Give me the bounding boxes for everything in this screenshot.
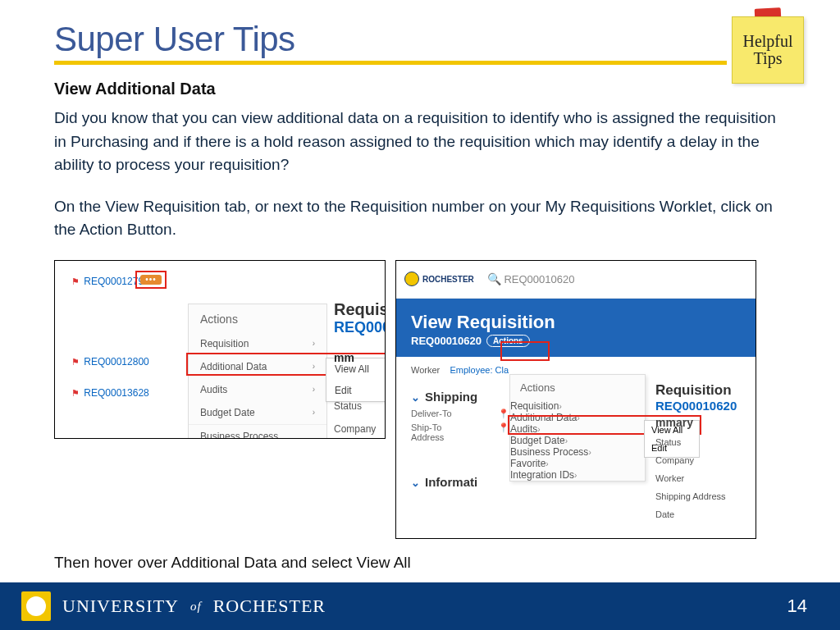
chevron-right-icon: ›	[588, 448, 591, 457]
right-column: Requisition REQ00010620 mmary Status Com…	[655, 382, 737, 519]
chevron-right-icon: ›	[546, 459, 548, 468]
actions-menu-header: Actions	[510, 375, 645, 400]
menu-item-business-process[interactable]: Business Process›	[510, 446, 645, 458]
page-title: Super User Tips	[54, 20, 727, 59]
worker-label: Worker	[411, 365, 440, 375]
requisition-number-header: REQ00010620	[411, 335, 482, 347]
company-label: Company	[334, 423, 386, 435]
university-of: of	[189, 600, 203, 614]
chevron-right-icon: ›	[313, 408, 315, 417]
university-seal-icon	[20, 590, 52, 623]
chevron-right-icon: ›	[574, 471, 577, 480]
menu-item-budget-date[interactable]: Budget Date›	[510, 435, 645, 446]
actions-button[interactable]: •••	[140, 275, 162, 285]
chevron-right-icon: ›	[559, 402, 561, 411]
chevron-right-icon: ›	[313, 385, 315, 394]
chevron-down-icon: ⌄	[411, 391, 420, 404]
search-value: REQ00010620	[504, 273, 574, 285]
university-name-part2: ROCHESTER	[213, 596, 326, 617]
shipping-address-label: Shipping Address	[655, 491, 737, 501]
requisition-number[interactable]: REQ00010620	[655, 399, 737, 413]
body-paragraph-2: On the View Requisition tab, or next to …	[54, 195, 786, 242]
menu-item-business-process[interactable]: Business Process	[189, 424, 326, 439]
chevron-down-icon: ⌄	[411, 477, 420, 489]
view-requisition-title: View Requisition	[411, 312, 741, 333]
footer-bar: UNIVERSITY of ROCHESTER 14	[0, 582, 840, 630]
list-item: ⚑ REQ00012800	[71, 356, 203, 368]
search-icon: 🔍	[487, 272, 501, 285]
search-field[interactable]: 🔍 REQ00010620	[487, 272, 575, 285]
right-column: Requisi REQ0001 mm Status Company	[334, 300, 386, 435]
date-label: Date	[655, 509, 737, 519]
body-paragraph-1: Did you know that you can view additiona…	[54, 107, 786, 177]
highlight-actions-badge	[500, 341, 550, 361]
text-fragment: mm	[334, 351, 386, 364]
university-name-part1: UNIVERSITY	[62, 596, 179, 617]
list-item: ⚑ REQ00013628	[71, 387, 203, 399]
worker-label: Worker	[655, 473, 737, 483]
requisition-link[interactable]: REQ00013628	[84, 387, 148, 399]
flag-icon: ⚑	[71, 357, 80, 367]
section-subtitle: View Additional Data	[54, 80, 786, 98]
flag-icon: ⚑	[71, 388, 80, 398]
requisition-label: Requisi	[334, 300, 386, 319]
requisition-label: Requisition	[655, 382, 737, 399]
chevron-right-icon: ›	[565, 436, 568, 445]
menu-item-audits[interactable]: Audits›	[189, 378, 326, 401]
requisition-number[interactable]: REQ0001	[334, 319, 386, 336]
caption-text: Then hover over Additional Data and sele…	[54, 554, 786, 572]
text-fragment: mmary	[655, 416, 737, 429]
menu-item-favorite[interactable]: Favorite›	[510, 458, 645, 469]
menu-item-integration-ids[interactable]: Integration IDs›	[510, 469, 645, 481]
menu-item-requisition[interactable]: Requisition›	[510, 400, 645, 412]
app-topbar: ROCHESTER 🔍 REQ00010620	[396, 261, 756, 299]
status-label: Status	[655, 437, 737, 447]
screenshot-worklet: ⚑ REQ00012799 ⚑ REQ00012800 ⚑ REQ0001362…	[54, 260, 386, 439]
menu-item-budget-date[interactable]: Budget Date›	[189, 401, 326, 424]
sticky-note-text: Helpful Tips	[732, 16, 804, 84]
highlight-actions-button: •••	[135, 271, 167, 289]
chevron-right-icon: ›	[313, 339, 315, 348]
flag-icon: ⚑	[71, 276, 80, 286]
seal-icon	[404, 272, 419, 286]
worker-link[interactable]: Employee: Cla	[450, 365, 509, 375]
title-underline	[54, 61, 727, 65]
status-label: Status	[334, 400, 386, 412]
screenshot-view-requisition: ROCHESTER 🔍 REQ00010620 View Requisition…	[395, 260, 756, 539]
actions-menu-header: Actions	[189, 304, 326, 332]
company-label: Company	[655, 455, 737, 465]
page-number: 14	[788, 596, 807, 617]
blue-header: View Requisition REQ00010620 Actions	[396, 299, 756, 357]
brand-logo: ROCHESTER	[404, 272, 474, 286]
sticky-note: Helpful Tips	[732, 11, 807, 85]
requisition-link[interactable]: REQ00012800	[84, 356, 148, 368]
university-wordmark: UNIVERSITY of ROCHESTER	[20, 590, 326, 623]
menu-item-requisition[interactable]: Requisition›	[189, 332, 326, 355]
